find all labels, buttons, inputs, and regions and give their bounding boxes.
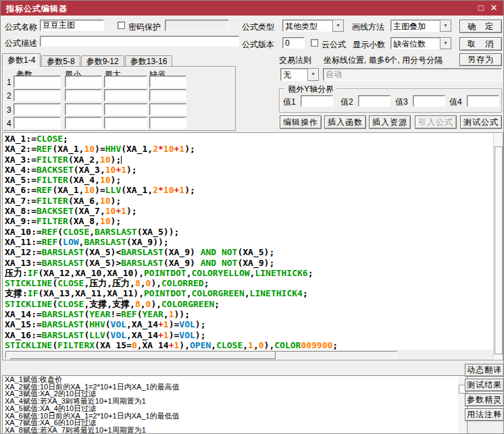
chevron-down-icon[interactable]: ▼ [332, 20, 344, 32]
formula-type-label: 公式类型 [242, 22, 274, 33]
param-input-r1c3[interactable] [104, 76, 147, 88]
password-protect-label: 密码保护 [128, 22, 161, 33]
formula-name-label: 公式名称 [5, 22, 37, 33]
chevron-down-icon[interactable]: ▼ [440, 37, 451, 49]
code-line: STICKLINE(FILTERX(XA_15=0,XA_14+1),OPEN,… [5, 340, 492, 350]
formula-desc-input[interactable] [40, 36, 239, 47]
chevron-down-icon[interactable]: ▼ [440, 20, 451, 32]
coord-line-label: 坐标线位置, 最多6个, 用分号分隔 [324, 55, 443, 66]
param-wizard-button[interactable]: 参数精灵 [465, 394, 504, 406]
param-input-r3c4[interactable] [149, 103, 186, 115]
translation-line: XA_8赋值:若XA_7则将最近10+1周期置为1 [3, 427, 467, 434]
draw-method-dropdown[interactable]: 主图叠加 ▼ [390, 20, 451, 32]
insert-resource-button[interactable]: 插入资源 [369, 115, 411, 129]
code-editor[interactable]: XA_1:=CLOSE;XA_2:=REF(XA_1,10)=HHV(XA_1,… [2, 132, 503, 360]
trade-rule-value: 无 [280, 68, 309, 81]
trade-rule-label: 交易法则 [279, 55, 311, 66]
decimal-value: 缺省位数 [390, 37, 441, 49]
chevron-down-icon[interactable]: ▼ [307, 68, 319, 81]
code-line: XA_15:=BARSLAST(HHV(VOL,XA_14+1)=VOL); [5, 319, 492, 329]
scrollbar-track[interactable] [5, 351, 397, 359]
tab-参数5-8[interactable]: 参数5-8 [41, 55, 80, 67]
param-tab-bar: 参数1-4参数5-8参数9-12参数13-16 [2, 54, 173, 67]
maximize-icon[interactable]: □ [476, 3, 486, 13]
param-input-r3c1[interactable] [14, 103, 61, 115]
param-input-r4c1[interactable] [14, 117, 61, 129]
edit-operation-button[interactable]: 编辑操作 [280, 115, 322, 129]
extra-y-input-2[interactable] [358, 95, 390, 107]
code-line: 压力:IF(XA_12,XA_10,XA_10),POINTDOT,COLORY… [5, 268, 492, 278]
code-line: XA_2:=REF(XA_1,10)=HHV(XA_1,2*10+1); [5, 144, 492, 154]
param-input-r4c3[interactable] [104, 117, 147, 129]
code-line: XA_1:=CLOSE; [5, 134, 492, 144]
code-line: XA_11:=REF(LOW,BARSLAST(XA_9)); [5, 237, 492, 247]
password-input [165, 20, 229, 31]
param-input-r2c1[interactable] [14, 89, 61, 101]
coord-line-input[interactable] [323, 68, 502, 81]
title-bar[interactable]: 指标公式编辑器 □ ✕ [1, 1, 504, 16]
param-input-r3c3[interactable] [104, 103, 147, 115]
param-input-r1c4[interactable] [149, 76, 186, 88]
dynamic-translate-button[interactable]: 动态翻译 [465, 364, 504, 377]
ok-button[interactable]: 确 定 [459, 20, 502, 33]
extra-y-value-label: 值2 [341, 97, 353, 108]
code-horizontal-scrollbar[interactable] [3, 350, 493, 360]
param-input-r2c2[interactable] [65, 89, 102, 101]
tab-参数1-4[interactable]: 参数1-4 [2, 53, 41, 67]
scrollbar-thumb[interactable] [9, 352, 276, 359]
code-line: 支撑:IF(XA_13,XA_11,XA_11),POINTDOT,COLORG… [5, 288, 492, 298]
code-line: STICKLINE(CLOSE,压力,压力,8,0),COLORRED; [5, 278, 492, 288]
cancel-button[interactable]: 取 消 [459, 37, 502, 51]
cloud-formula-checkbox[interactable] [311, 39, 318, 47]
tab-参数9-12[interactable]: 参数9-12 [81, 55, 124, 67]
decimal-dropdown[interactable]: 缺省位数 ▼ [390, 37, 451, 49]
draw-method-label: 画线方法 [352, 22, 384, 33]
param-input-r1c1[interactable] [14, 76, 61, 88]
code-line: XA_4:=BACKSET(XA_3,10+1); [5, 165, 492, 175]
code-line: XA_9:=FILTER(XA_8,10); [5, 216, 492, 226]
import-formula-button: 引入公式 [415, 115, 457, 129]
formula-editor-window: 指标公式编辑器 □ ✕ 公式名称 密码保护 公式类型 其他类型 ▼ 画线方法 主… [0, 0, 504, 434]
window-title: 指标公式编辑器 [6, 3, 68, 15]
save-as-button[interactable]: 另存为 [459, 53, 502, 66]
param-input-r1c2[interactable] [65, 76, 102, 88]
test-formula-button[interactable]: 测试公式 [460, 115, 502, 129]
close-icon[interactable]: ✕ [488, 3, 499, 13]
extra-y-input-3[interactable] [413, 95, 445, 107]
test-result-button[interactable]: 测试结果 [465, 379, 504, 391]
translation-panel: XA_1赋值:收盘价XA_2赋值:10日前的XA_1=2*10+1日内XA_1的… [2, 375, 468, 434]
extra-y-input-4[interactable] [467, 95, 499, 107]
formula-desc-label: 公式描述 [5, 38, 37, 49]
param-row-number: 3 [7, 105, 11, 115]
text-caret [121, 156, 122, 164]
code-line: XA_3:=FILTER(XA_2,10); [5, 155, 492, 165]
extra-y-input-1[interactable] [301, 95, 333, 107]
param-input-r2c4[interactable] [149, 89, 186, 101]
draw-method-value: 主图叠加 [390, 20, 441, 32]
extra-y-label: 额外Y轴分界 [285, 84, 336, 95]
formula-name-input[interactable] [40, 20, 104, 31]
insert-function-button[interactable]: 插入函数 [324, 115, 366, 129]
formula-version-input[interactable] [282, 37, 305, 49]
formula-version-label: 公式版本 [242, 39, 274, 51]
param-input-r4c2[interactable] [65, 117, 102, 129]
param-input-r2c3[interactable] [104, 89, 147, 101]
code-line: XA_7:=FILTER(XA_6,10); [5, 196, 492, 206]
code-line: XA_5:=FILTER(XA_4,10); [5, 175, 492, 185]
translation-line: XA_5赋值:XA_4的10日过滤 [3, 405, 467, 412]
param-table-pane: 参数 最小 最大 缺省 1234 [2, 66, 236, 131]
usage-note-button[interactable]: 用法注释 [465, 408, 504, 421]
tab-参数13-16[interactable]: 参数13-16 [125, 55, 173, 67]
code-line: XA_10:=REF(CLOSE,BARSLAST(XA_5)); [5, 227, 492, 237]
code-line: STICKLINE(CLOSE,支撑,支撑,8,0),COLORGREEN; [5, 299, 492, 309]
param-input-r3c2[interactable] [65, 103, 102, 115]
extra-y-value-label: 值3 [395, 97, 408, 108]
formula-type-dropdown[interactable]: 其他类型 ▼ [282, 20, 344, 32]
param-input-r4c4[interactable] [149, 117, 186, 129]
extra-y-value-label: 值1 [283, 97, 296, 108]
trade-rule-dropdown[interactable]: 无 ▼ [280, 68, 319, 81]
scrollbar-thumb[interactable] [495, 146, 503, 354]
param-row-number: 4 [7, 119, 11, 128]
password-protect-checkbox[interactable] [118, 22, 125, 29]
code-vertical-scrollbar[interactable] [493, 134, 503, 358]
